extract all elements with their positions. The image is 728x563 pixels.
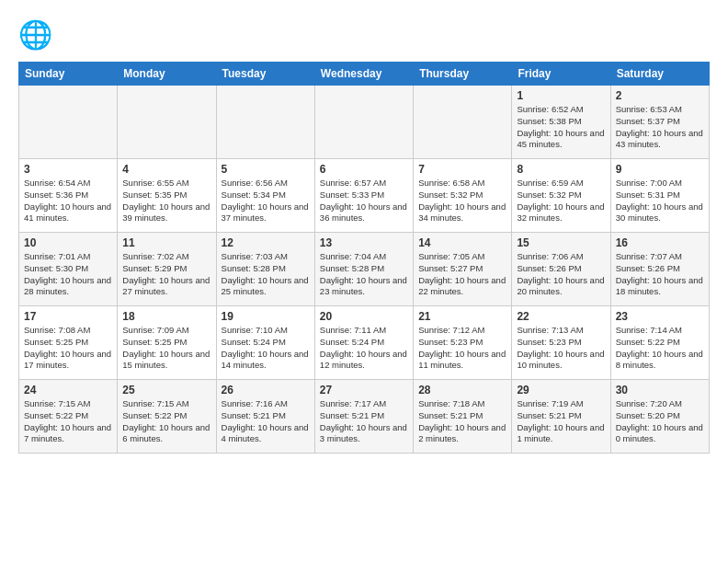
calendar-week-row: 24Sunrise: 7:15 AM Sunset: 5:22 PM Dayli… [19, 380, 710, 454]
day-number: 24 [24, 384, 112, 396]
day-info: Sunrise: 6:58 AM Sunset: 5:32 PM Dayligh… [418, 178, 506, 224]
calendar-empty-cell [314, 86, 413, 159]
day-number: 25 [122, 384, 210, 396]
day-number: 30 [616, 384, 704, 396]
day-number: 21 [418, 310, 506, 323]
logo-icon: 🌐 [18, 15, 55, 56]
day-info: Sunrise: 6:56 AM Sunset: 5:34 PM Dayligh… [222, 178, 310, 224]
calendar-day-29: 29Sunrise: 7:19 AM Sunset: 5:21 PM Dayli… [512, 380, 610, 454]
day-number: 1 [517, 89, 605, 102]
day-info: Sunrise: 7:05 AM Sunset: 5:27 PM Dayligh… [418, 251, 506, 298]
day-info: Sunrise: 7:20 AM Sunset: 5:20 PM Dayligh… [616, 398, 704, 445]
day-info: Sunrise: 7:04 AM Sunset: 5:28 PM Dayligh… [320, 251, 408, 298]
day-number: 20 [320, 310, 408, 323]
day-info: Sunrise: 6:59 AM Sunset: 5:32 PM Dayligh… [517, 178, 605, 224]
calendar-empty-cell [216, 86, 314, 159]
day-number: 11 [122, 236, 210, 249]
calendar-day-12: 12Sunrise: 7:03 AM Sunset: 5:28 PM Dayli… [216, 233, 314, 306]
calendar-week-row: 3Sunrise: 6:54 AM Sunset: 5:36 PM Daylig… [19, 159, 710, 233]
calendar-day-25: 25Sunrise: 7:15 AM Sunset: 5:22 PM Dayli… [118, 380, 216, 454]
calendar-day-9: 9Sunrise: 7:00 AM Sunset: 5:31 PM Daylig… [610, 159, 709, 233]
day-info: Sunrise: 7:12 AM Sunset: 5:23 PM Dayligh… [418, 325, 506, 372]
day-info: Sunrise: 7:16 AM Sunset: 5:21 PM Dayligh… [222, 398, 310, 445]
day-number: 4 [122, 163, 210, 176]
day-info: Sunrise: 7:09 AM Sunset: 5:25 PM Dayligh… [122, 325, 210, 372]
day-info: Sunrise: 7:14 AM Sunset: 5:22 PM Dayligh… [616, 325, 704, 372]
day-number: 28 [418, 384, 506, 396]
weekday-header-sunday: Sunday [19, 63, 118, 86]
day-number: 27 [320, 384, 408, 396]
day-info: Sunrise: 6:55 AM Sunset: 5:35 PM Dayligh… [122, 178, 210, 224]
day-info: Sunrise: 6:57 AM Sunset: 5:33 PM Dayligh… [320, 178, 408, 224]
day-info: Sunrise: 6:54 AM Sunset: 5:36 PM Dayligh… [24, 178, 112, 224]
calendar-week-row: 17Sunrise: 7:08 AM Sunset: 5:25 PM Dayli… [19, 306, 710, 380]
day-info: Sunrise: 6:52 AM Sunset: 5:38 PM Dayligh… [517, 104, 605, 151]
day-number: 6 [320, 163, 408, 176]
day-number: 15 [517, 236, 605, 249]
weekday-header-wednesday: Wednesday [314, 63, 413, 86]
day-info: Sunrise: 7:03 AM Sunset: 5:28 PM Dayligh… [222, 251, 310, 298]
day-info: Sunrise: 7:07 AM Sunset: 5:26 PM Dayligh… [616, 251, 704, 298]
calendar-day-2: 2Sunrise: 6:53 AM Sunset: 5:37 PM Daylig… [610, 86, 709, 159]
day-number: 19 [222, 310, 310, 323]
day-number: 9 [616, 163, 704, 176]
day-number: 10 [24, 236, 112, 249]
calendar-empty-cell [19, 86, 118, 159]
weekday-header-saturday: Saturday [610, 63, 709, 86]
weekday-header-tuesday: Tuesday [216, 63, 314, 86]
day-number: 7 [418, 163, 506, 176]
day-info: Sunrise: 7:00 AM Sunset: 5:31 PM Dayligh… [616, 178, 704, 224]
day-number: 8 [517, 163, 605, 176]
calendar-week-row: 1Sunrise: 6:52 AM Sunset: 5:38 PM Daylig… [19, 86, 710, 159]
calendar-empty-cell [414, 86, 512, 159]
day-number: 29 [517, 384, 605, 396]
day-info: Sunrise: 7:19 AM Sunset: 5:21 PM Dayligh… [517, 398, 605, 445]
day-info: Sunrise: 7:06 AM Sunset: 5:26 PM Dayligh… [517, 251, 605, 298]
day-info: Sunrise: 7:15 AM Sunset: 5:22 PM Dayligh… [122, 398, 210, 445]
day-number: 16 [616, 236, 704, 249]
header: 🌐 [18, 15, 710, 56]
day-number: 14 [418, 236, 506, 249]
day-info: Sunrise: 7:15 AM Sunset: 5:22 PM Dayligh… [24, 398, 112, 445]
day-number: 18 [122, 310, 210, 323]
svg-text:🌐: 🌐 [18, 18, 53, 52]
day-number: 26 [222, 384, 310, 396]
day-info: Sunrise: 7:08 AM Sunset: 5:25 PM Dayligh… [24, 325, 112, 372]
calendar-day-10: 10Sunrise: 7:01 AM Sunset: 5:30 PM Dayli… [19, 233, 118, 306]
calendar-day-7: 7Sunrise: 6:58 AM Sunset: 5:32 PM Daylig… [414, 159, 512, 233]
day-number: 2 [616, 89, 704, 102]
day-number: 22 [517, 310, 605, 323]
calendar-day-3: 3Sunrise: 6:54 AM Sunset: 5:36 PM Daylig… [19, 159, 118, 233]
calendar-day-26: 26Sunrise: 7:16 AM Sunset: 5:21 PM Dayli… [216, 380, 314, 454]
calendar-table: SundayMondayTuesdayWednesdayThursdayFrid… [18, 62, 710, 454]
calendar-day-1: 1Sunrise: 6:52 AM Sunset: 5:38 PM Daylig… [512, 86, 610, 159]
calendar-day-14: 14Sunrise: 7:05 AM Sunset: 5:27 PM Dayli… [414, 233, 512, 306]
calendar-day-30: 30Sunrise: 7:20 AM Sunset: 5:20 PM Dayli… [610, 380, 709, 454]
day-number: 17 [24, 310, 112, 323]
calendar-day-8: 8Sunrise: 6:59 AM Sunset: 5:32 PM Daylig… [512, 159, 610, 233]
calendar-day-22: 22Sunrise: 7:13 AM Sunset: 5:23 PM Dayli… [512, 306, 610, 380]
day-info: Sunrise: 7:17 AM Sunset: 5:21 PM Dayligh… [320, 398, 408, 445]
day-number: 23 [616, 310, 704, 323]
calendar-day-23: 23Sunrise: 7:14 AM Sunset: 5:22 PM Dayli… [610, 306, 709, 380]
calendar-day-17: 17Sunrise: 7:08 AM Sunset: 5:25 PM Dayli… [19, 306, 118, 380]
calendar-day-15: 15Sunrise: 7:06 AM Sunset: 5:26 PM Dayli… [512, 233, 610, 306]
day-number: 12 [222, 236, 310, 249]
calendar-day-20: 20Sunrise: 7:11 AM Sunset: 5:24 PM Dayli… [314, 306, 413, 380]
calendar-day-18: 18Sunrise: 7:09 AM Sunset: 5:25 PM Dayli… [118, 306, 216, 380]
weekday-header-row: SundayMondayTuesdayWednesdayThursdayFrid… [19, 63, 710, 86]
calendar-day-13: 13Sunrise: 7:04 AM Sunset: 5:28 PM Dayli… [314, 233, 413, 306]
day-number: 3 [24, 163, 112, 176]
weekday-header-friday: Friday [512, 63, 610, 86]
calendar-empty-cell [118, 86, 216, 159]
day-info: Sunrise: 7:18 AM Sunset: 5:21 PM Dayligh… [418, 398, 506, 445]
calendar-day-28: 28Sunrise: 7:18 AM Sunset: 5:21 PM Dayli… [414, 380, 512, 454]
calendar-week-row: 10Sunrise: 7:01 AM Sunset: 5:30 PM Dayli… [19, 233, 710, 306]
day-info: Sunrise: 7:13 AM Sunset: 5:23 PM Dayligh… [517, 325, 605, 372]
calendar-day-6: 6Sunrise: 6:57 AM Sunset: 5:33 PM Daylig… [314, 159, 413, 233]
day-info: Sunrise: 7:11 AM Sunset: 5:24 PM Dayligh… [320, 325, 408, 372]
day-info: Sunrise: 7:01 AM Sunset: 5:30 PM Dayligh… [24, 251, 112, 298]
calendar-day-21: 21Sunrise: 7:12 AM Sunset: 5:23 PM Dayli… [414, 306, 512, 380]
calendar-day-16: 16Sunrise: 7:07 AM Sunset: 5:26 PM Dayli… [610, 233, 709, 306]
day-number: 13 [320, 236, 408, 249]
